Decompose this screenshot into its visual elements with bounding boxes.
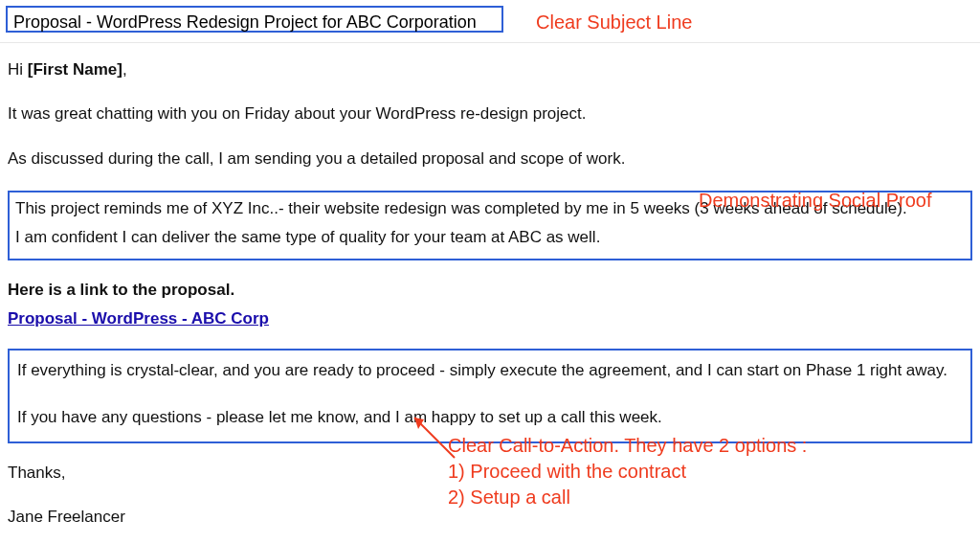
proposal-intro: Here is a link to the proposal. bbox=[8, 278, 972, 303]
annotation-cta-header: Clear Call-to-Action. They have 2 option… bbox=[448, 433, 946, 459]
email-subject: Proposal - WordPress Redesign Project fo… bbox=[13, 12, 477, 32]
annotation-cta: Clear Call-to-Action. They have 2 option… bbox=[448, 433, 946, 510]
annotation-social-proof: Demonstrating Social Proof bbox=[699, 188, 931, 214]
greeting-line: Hi [First Name], bbox=[8, 57, 972, 82]
cta-line1: If everything is crystal-clear, and you … bbox=[17, 358, 963, 383]
intro-paragraph: It was great chatting with you on Friday… bbox=[8, 102, 972, 126]
greeting-prefix: Hi bbox=[8, 60, 28, 79]
social-proof-line2: I am confident I can deliver the same ty… bbox=[15, 225, 965, 250]
annotation-cta-option2: 2) Setup a call bbox=[448, 485, 946, 510]
proposal-link[interactable]: Proposal - WordPress - ABC Corp bbox=[8, 309, 269, 328]
greeting-placeholder: [First Name] bbox=[28, 60, 122, 79]
subject-divider bbox=[0, 42, 980, 43]
annotation-subject: Clear Subject Line bbox=[536, 10, 692, 35]
annotation-cta-option1: 1) Proceed with the contract bbox=[448, 459, 946, 485]
cta-box: If everything is crystal-clear, and you … bbox=[8, 349, 972, 443]
cta-line2: If you have any questions - please let m… bbox=[17, 405, 963, 430]
greeting-suffix: , bbox=[122, 60, 127, 79]
followup-paragraph: As discussed during the call, I am sendi… bbox=[8, 147, 972, 171]
email-subject-box: Proposal - WordPress Redesign Project fo… bbox=[6, 6, 503, 33]
